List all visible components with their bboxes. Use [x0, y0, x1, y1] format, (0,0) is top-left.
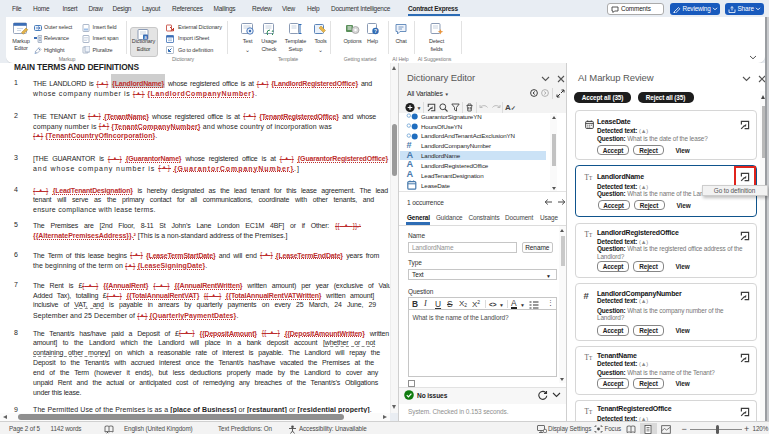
- svg-text:?: ?: [374, 28, 377, 34]
